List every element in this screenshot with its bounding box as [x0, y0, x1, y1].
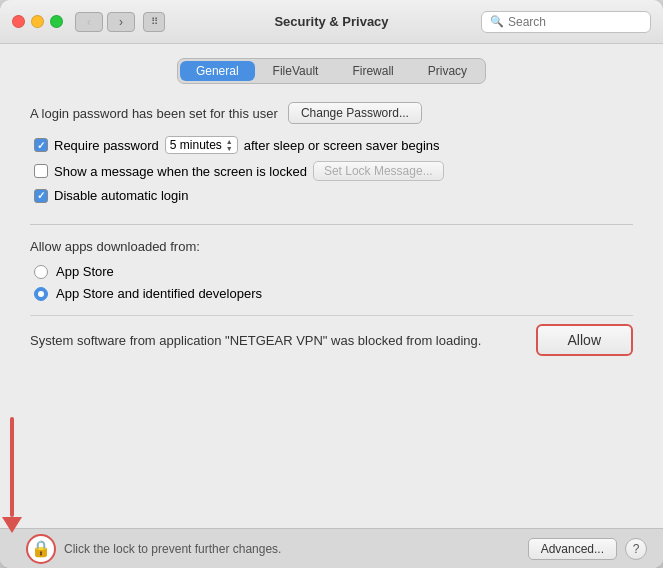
radio-dot — [38, 291, 44, 297]
disable-login-checkbox[interactable]: ✓ — [34, 189, 48, 203]
search-input[interactable] — [508, 15, 642, 29]
require-password-checkbox[interactable]: ✓ — [34, 138, 48, 152]
grid-button[interactable]: ⠿ — [143, 12, 165, 32]
check-icon-2: ✓ — [37, 190, 45, 201]
tabs: General FileVault Firewall Privacy — [177, 58, 486, 84]
show-message-row: Show a message when the screen is locked… — [34, 161, 633, 181]
forward-button[interactable]: › — [107, 12, 135, 32]
password-time-dropdown[interactable]: 5 minutes ▲ ▼ — [165, 136, 238, 154]
app-store-label: App Store — [56, 264, 114, 279]
require-password-label: Require password — [54, 138, 159, 153]
password-time-value: 5 minutes — [170, 138, 222, 152]
app-store-developers-radio-row: App Store and identified developers — [34, 286, 633, 301]
arrow-line — [10, 417, 14, 517]
show-message-checkbox[interactable] — [34, 164, 48, 178]
tab-firewall[interactable]: Firewall — [336, 61, 409, 81]
titlebar: ‹ › ⠿ Security & Privacy 🔍 — [0, 0, 663, 44]
tab-privacy[interactable]: Privacy — [412, 61, 483, 81]
lock-button[interactable]: 🔒 — [26, 534, 56, 564]
traffic-lights — [12, 15, 63, 28]
lock-icon: 🔒 — [31, 539, 51, 558]
login-row: A login password has been set for this u… — [30, 102, 633, 124]
app-store-radio-row: App Store — [34, 264, 633, 279]
help-button[interactable]: ? — [625, 538, 647, 560]
dropdown-arrows-icon: ▲ ▼ — [226, 138, 233, 152]
main-window: ‹ › ⠿ Security & Privacy 🔍 General FileV… — [0, 0, 663, 568]
set-lock-message-button[interactable]: Set Lock Message... — [313, 161, 444, 181]
minimize-button[interactable] — [31, 15, 44, 28]
app-store-developers-radio[interactable] — [34, 287, 48, 301]
bottom-section: Allow apps downloaded from: App Store Ap… — [30, 239, 633, 364]
maximize-button[interactable] — [50, 15, 63, 28]
back-button[interactable]: ‹ — [75, 12, 103, 32]
show-message-label: Show a message when the screen is locked — [54, 164, 307, 179]
footer-right: Advanced... ? — [528, 538, 647, 560]
divider — [30, 224, 633, 225]
require-password-row: ✓ Require password 5 minutes ▲ ▼ after s… — [34, 136, 633, 154]
lock-text: Click the lock to prevent further change… — [64, 542, 281, 556]
check-icon: ✓ — [37, 140, 45, 151]
disable-login-label: Disable automatic login — [54, 188, 188, 203]
blocked-text: System software from application "NETGEA… — [30, 333, 516, 348]
tab-filevault[interactable]: FileVault — [257, 61, 335, 81]
blocked-section: System software from application "NETGEA… — [30, 315, 633, 364]
top-section: A login password has been set for this u… — [30, 102, 633, 210]
window-title: Security & Privacy — [274, 14, 388, 29]
tab-general[interactable]: General — [180, 61, 255, 81]
require-password-suffix: after sleep or screen saver begins — [244, 138, 440, 153]
app-store-developers-label: App Store and identified developers — [56, 286, 262, 301]
tabs-container: General FileVault Firewall Privacy — [0, 44, 663, 92]
nav-buttons: ‹ › — [75, 12, 135, 32]
search-box[interactable]: 🔍 — [481, 11, 651, 33]
advanced-button[interactable]: Advanced... — [528, 538, 617, 560]
change-password-button[interactable]: Change Password... — [288, 102, 422, 124]
arrow-head-icon — [2, 517, 22, 533]
footer: 🔒 Click the lock to prevent further chan… — [0, 528, 663, 568]
allow-apps-label: Allow apps downloaded from: — [30, 239, 633, 254]
content-area: A login password has been set for this u… — [0, 92, 663, 528]
disable-login-row: ✓ Disable automatic login — [34, 188, 633, 203]
app-store-radio[interactable] — [34, 265, 48, 279]
close-button[interactable] — [12, 15, 25, 28]
allow-button[interactable]: Allow — [536, 324, 633, 356]
login-label: A login password has been set for this u… — [30, 106, 278, 121]
lock-area: 🔒 Click the lock to prevent further chan… — [26, 534, 518, 564]
search-icon: 🔍 — [490, 15, 504, 28]
